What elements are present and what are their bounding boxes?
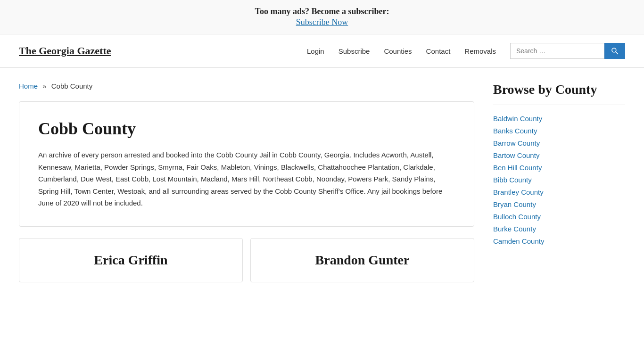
county-link-0[interactable]: Baldwin County — [493, 115, 542, 123]
person-name-0: Erica Griffin — [94, 253, 167, 267]
person-cards-row: Erica Griffin Brandon Gunter — [19, 238, 474, 282]
search-input[interactable] — [510, 43, 604, 59]
search-icon — [611, 47, 619, 55]
person-card-1[interactable]: Brandon Gunter — [250, 238, 474, 282]
list-item: Burke County — [493, 225, 625, 233]
county-link-2[interactable]: Barrow County — [493, 139, 540, 147]
list-item: Baldwin County — [493, 115, 625, 123]
search-form — [510, 43, 625, 59]
search-button[interactable] — [604, 43, 625, 59]
list-item: Bryan County — [493, 200, 625, 209]
county-link-4[interactable]: Ben Hill County — [493, 164, 542, 172]
navbar: The Georgia Gazette Login Subscribe Coun… — [0, 34, 644, 68]
top-banner: Too many ads? Become a subscriber: Subsc… — [0, 0, 644, 34]
breadcrumb-separator: » — [42, 82, 46, 90]
banner-text: Too many ads? Become a subscriber: — [9, 7, 635, 16]
list-item: Bartow County — [493, 151, 625, 160]
article-body: An archive of every person arrested and … — [38, 149, 455, 209]
list-item: Bulloch County — [493, 213, 625, 221]
breadcrumb-home[interactable]: Home — [19, 82, 38, 90]
breadcrumb-current: Cobb County — [51, 82, 93, 90]
nav-login[interactable]: Login — [307, 47, 324, 55]
list-item: Brantley County — [493, 188, 625, 197]
article-card: Cobb County An archive of every person a… — [19, 101, 474, 227]
county-link-7[interactable]: Bryan County — [493, 200, 536, 208]
list-item: Bibb County — [493, 176, 625, 184]
list-item: Banks County — [493, 127, 625, 135]
sidebar-heading: Browse by County — [493, 82, 625, 105]
county-link-1[interactable]: Banks County — [493, 127, 537, 135]
article-title: Cobb County — [38, 119, 455, 139]
nav-removals[interactable]: Removals — [464, 47, 496, 55]
list-item: Barrow County — [493, 139, 625, 148]
person-name-1: Brandon Gunter — [315, 253, 410, 267]
person-card-0[interactable]: Erica Griffin — [19, 238, 243, 282]
nav-subscribe[interactable]: Subscribe — [339, 47, 370, 55]
breadcrumb: Home » Cobb County — [19, 82, 474, 90]
county-link-8[interactable]: Bulloch County — [493, 213, 541, 221]
nav-contact[interactable]: Contact — [426, 47, 451, 55]
main-container: Home » Cobb County Cobb County An archiv… — [0, 68, 644, 296]
county-link-5[interactable]: Bibb County — [493, 176, 532, 184]
nav-counties[interactable]: Counties — [384, 47, 412, 55]
list-item: Ben Hill County — [493, 164, 625, 172]
county-link-6[interactable]: Brantley County — [493, 188, 544, 196]
list-item: Camden County — [493, 237, 625, 246]
county-link-9[interactable]: Burke County — [493, 225, 536, 233]
site-title[interactable]: The Georgia Gazette — [19, 45, 111, 57]
nav-links: Login Subscribe Counties Contact Removal… — [307, 47, 496, 55]
county-list: Baldwin County Banks County Barrow Count… — [493, 115, 625, 246]
sidebar: Browse by County Baldwin County Banks Co… — [493, 82, 625, 282]
content-area: Home » Cobb County Cobb County An archiv… — [19, 82, 474, 282]
subscribe-now-link[interactable]: Subscribe Now — [296, 17, 348, 27]
county-link-3[interactable]: Bartow County — [493, 151, 539, 159]
svg-line-1 — [616, 52, 618, 54]
county-link-10[interactable]: Camden County — [493, 237, 544, 245]
